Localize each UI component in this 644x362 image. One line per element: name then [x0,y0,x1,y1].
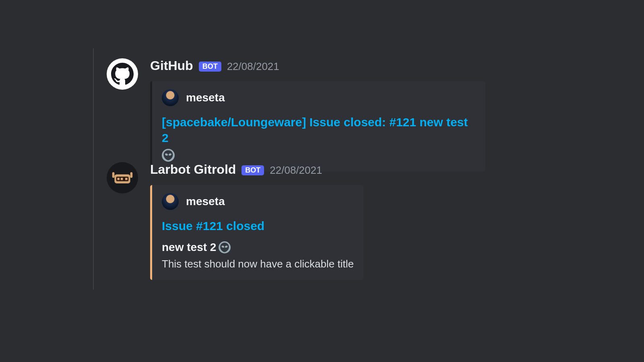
svg-rect-2 [112,172,115,178]
reply-divider [93,48,94,290]
chat-message: Larbot Gitrold BOT 22/08/2021 meseta Iss… [107,162,363,280]
embed-description: This test should now have a clickable ti… [162,258,354,270]
embed-author-avatar[interactable] [162,193,179,210]
embed-author-avatar[interactable] [162,89,179,106]
svg-rect-6 [121,178,123,180]
message-content: Larbot Gitrold BOT 22/08/2021 meseta Iss… [150,162,363,280]
embed-subtitle: new test 2 [162,241,354,254]
bot-badge: BOT [199,62,221,72]
github-icon [111,63,134,85]
bot-badge: BOT [242,165,264,175]
chat-message: GitHub BOT 22/08/2021 meseta [spacebake/… [107,58,485,171]
robot-icon [111,167,134,189]
embed-author: meseta [162,193,354,210]
embed-subtitle-text: new test 2 [162,241,216,254]
embed-author-name[interactable]: meseta [186,195,225,208]
embed-card: meseta Issue #121 closed new test 2 This… [150,185,363,280]
embed-card: meseta [spacebake/Loungeware] Issue clos… [150,81,485,171]
svg-rect-3 [130,172,133,178]
message-header: Larbot Gitrold BOT 22/08/2021 [150,162,363,177]
avatar-larbot[interactable] [107,162,138,193]
svg-rect-5 [117,178,120,180]
username[interactable]: GitHub [150,58,193,73]
embed-title-link[interactable]: Issue #121 closed [162,218,354,234]
username[interactable]: Larbot Gitrold [150,162,236,177]
message-content: GitHub BOT 22/08/2021 meseta [spacebake/… [150,58,485,171]
svg-rect-7 [125,178,128,180]
message-header: GitHub BOT 22/08/2021 [150,58,485,73]
timestamp: 22/08/2021 [227,60,279,73]
avatar-github[interactable] [107,58,138,90]
alien-icon [162,149,175,162]
embed-author: meseta [162,89,476,106]
embed-title-text: Issue #121 closed [162,218,264,234]
embed-title-text: [spacebake/Loungeware] Issue closed: #12… [162,114,476,146]
timestamp: 22/08/2021 [270,164,322,177]
embed-title-link[interactable]: [spacebake/Loungeware] Issue closed: #12… [162,114,476,162]
embed-author-name[interactable]: meseta [186,91,225,104]
alien-icon [219,241,231,253]
